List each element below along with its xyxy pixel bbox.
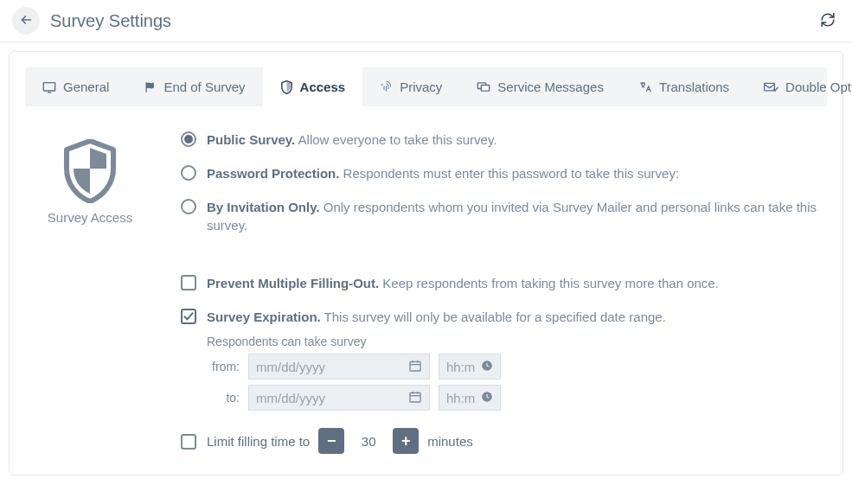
checkbox-limit-time[interactable] [181,434,196,450]
stepper-minus[interactable]: − [318,428,344,454]
expiration-from-row: from: mm/dd/yyyy hh:mm [207,354,827,380]
option-title: By Invitation Only. [207,200,320,214]
option-title: Public Survey. [207,132,295,147]
tab-label: General [63,80,109,94]
options-column: Public Survey. Allow everyone to take th… [181,131,827,454]
refresh-button[interactable] [816,9,840,33]
tab-label: Access [300,80,346,94]
minutes-label: minutes [427,434,473,449]
calendar-icon [408,390,422,406]
option-prevent-multiple[interactable]: Prevent Multiple Filling-Out. Keep respo… [181,274,827,292]
shield-icon [280,80,293,94]
from-date-input[interactable]: mm/dd/yyyy [248,354,430,380]
limit-label: Limit filling time to [207,434,310,449]
general-icon [42,81,56,93]
tabs-bar: General End of Survey Access Privacy Ser… [25,67,827,106]
fingerprint-icon [380,80,393,93]
svg-rect-2 [48,92,51,93]
svg-rect-11 [410,392,420,402]
tab-label: Double Opt-In [785,80,852,94]
plus-icon: + [401,432,411,450]
option-title: Prevent Multiple Filling-Out. [207,276,379,290]
option-title: Survey Expiration. [207,309,321,324]
tab-label: Translations [659,80,729,94]
to-label: to: [207,391,240,405]
envelope-check-icon [764,81,778,93]
to-time-input[interactable]: hh:mm [439,385,501,411]
refresh-icon [820,12,836,30]
option-desc: Respondents must enter this password to … [339,166,679,181]
checkbox-expiration[interactable] [181,309,196,324]
page-header: Survey Settings [0,0,852,42]
tab-general[interactable]: General [25,67,126,106]
access-content: Survey Access Public Survey. Allow every… [10,106,842,475]
tab-double-opt-in[interactable]: Double Opt-In [746,67,852,106]
stepper-value: 30 [353,434,384,449]
option-text: Public Survey. Allow everyone to take th… [207,131,496,149]
option-desc: This survey will only be available for a… [321,309,666,324]
option-limit-time: Limit filling time to − 30 + minutes [181,428,827,454]
svg-rect-1 [43,82,54,90]
page-title: Survey Settings [50,11,816,31]
tab-label: Privacy [400,80,442,94]
option-text: Password Protection. Respondents must en… [207,164,679,182]
option-text: Prevent Multiple Filling-Out. Keep respo… [207,274,719,292]
expiration-to-row: to: mm/dd/yyyy hh:mm [207,385,827,411]
arrow-left-icon [19,13,33,29]
to-date-input[interactable]: mm/dd/yyyy [248,385,430,411]
messages-icon [477,80,490,93]
radio-public[interactable] [181,131,196,147]
tab-service-messages[interactable]: Service Messages [459,67,621,106]
minus-icon: − [327,432,336,450]
option-survey-expiration[interactable]: Survey Expiration. This survey will only… [181,308,827,326]
option-password-protection[interactable]: Password Protection. Respondents must en… [181,164,827,182]
option-text: Survey Expiration. This survey will only… [207,308,666,326]
stepper-plus[interactable]: + [393,428,419,454]
tab-privacy[interactable]: Privacy [362,67,459,106]
svg-rect-6 [410,361,420,371]
expiration-sublabel: Respondents can take survey [207,335,827,348]
tab-access[interactable]: Access [263,67,363,106]
clock-icon [481,360,493,374]
section-label: Survey Access [25,210,155,225]
option-desc: Keep respondents from taking this survey… [379,276,719,290]
checkbox-prevent-multiple[interactable] [181,275,196,290]
radio-password[interactable] [181,165,196,181]
clock-icon [481,391,493,405]
time-placeholder: hh:mm [446,360,476,374]
svg-rect-4 [482,86,490,92]
translate-icon [638,80,652,93]
flag-icon [144,80,157,93]
radio-invitation[interactable] [181,199,196,214]
option-desc: Allow everyone to take this survey. [295,132,496,147]
back-button[interactable] [12,7,40,35]
option-invitation-only[interactable]: By Invitation Only. Only respondents who… [181,198,827,234]
date-placeholder: mm/dd/yyyy [256,391,325,405]
date-placeholder: mm/dd/yyyy [256,360,325,374]
calendar-icon [408,359,422,375]
section-icon-column: Survey Access [25,131,155,454]
tab-end-of-survey[interactable]: End of Survey [126,67,262,106]
from-label: from: [207,360,240,373]
large-shield-icon [63,139,117,203]
time-placeholder: hh:mm [446,391,476,405]
from-time-input[interactable]: hh:mm [439,354,501,380]
settings-card: General End of Survey Access Privacy Ser… [9,51,843,475]
option-title: Password Protection. [207,166,339,181]
tab-translations[interactable]: Translations [621,67,746,106]
tab-label: End of Survey [163,80,245,94]
option-text: By Invitation Only. Only respondents who… [207,198,827,234]
option-public-survey[interactable]: Public Survey. Allow everyone to take th… [181,131,827,149]
svg-rect-5 [765,83,775,91]
tab-label: Service Messages [497,80,604,94]
